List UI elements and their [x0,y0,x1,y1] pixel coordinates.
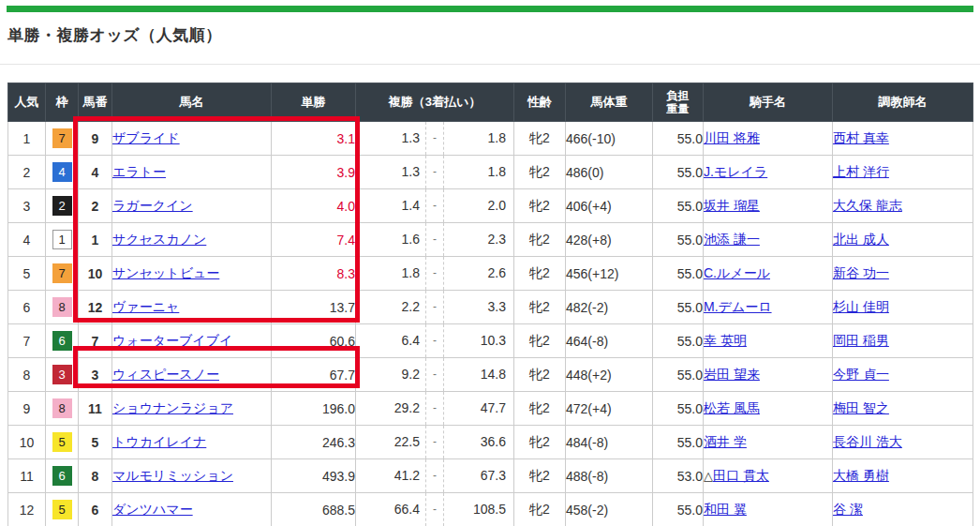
horse-number-cell: 1 [79,223,112,257]
place-odds-min: 6.4 [356,324,425,357]
place-odds-min: 41.2 [356,459,425,492]
frame-cell: 4 [46,156,79,189]
jockey-link[interactable]: C.ルメール [704,265,770,280]
rank-cell: 8 [8,358,46,392]
place-odds-min: 9.2 [356,358,425,391]
win-odds-cell: 493.9 [272,459,356,493]
place-odds-max: 3.3 [444,291,513,323]
jockey-cell: 酒井 学 [704,426,833,459]
horse-name-link[interactable]: サクセスカノン [112,232,206,247]
jockey-cell: 川田 将雅 [704,122,833,156]
horse-name-link[interactable]: ウォーターブイブイ [112,333,232,348]
jockey-cell: J.モレイラ [704,156,833,189]
win-odds-cell: 4.0 [272,189,356,223]
sex-age-cell: 牝2 [514,189,566,223]
jockey-link[interactable]: J.モレイラ [704,164,767,179]
horse-number-cell: 11 [79,392,112,426]
place-odds-range: 22.5 - 36.6 [356,426,513,458]
horse-weight-cell: 488(-8) [566,459,653,493]
jockey-link[interactable]: 田口 貫太 [713,468,769,483]
rank-cell: 6 [8,291,46,324]
jockey-cell: 和田 翼 [704,493,833,526]
jockey-link[interactable]: 松若 風馬 [704,400,760,415]
horse-name-cell: マルモリミッション [112,459,272,493]
horse-name-link[interactable]: ダンツハマー [112,502,193,517]
jockey-link[interactable]: 和田 翼 [704,502,747,517]
place-odds-range: 6.4 - 10.3 [356,324,513,357]
win-odds-value: 3.9 [337,165,355,180]
trainer-link[interactable]: 上村 洋行 [833,164,889,179]
trainer-cell: 北出 成人 [833,223,973,257]
frame-badge: 4 [52,162,72,182]
horse-weight-cell: 466(-10) [566,122,653,156]
horse-name-link[interactable]: サンセットビュー [112,265,219,280]
place-odds-min: 2.2 [356,291,425,323]
carried-weight-cell: 55.0 [653,122,704,156]
frame-cell: 6 [46,459,79,493]
horse-name-link[interactable]: ラガークイン [112,198,193,213]
jockey-link[interactable]: 川田 将雅 [704,130,760,145]
horse-name-link[interactable]: ショウナンラジョア [112,400,233,415]
jockey-link[interactable]: 坂井 瑠星 [704,198,760,213]
jockey-link[interactable]: 岩田 望来 [704,367,760,382]
carried-weight-cell: 55.0 [653,426,704,459]
jockey-cell: 池添 謙一 [704,223,833,257]
trainer-link[interactable]: 大久保 龍志 [833,198,902,213]
horse-name-cell: ヴァーニャ [112,291,272,324]
trainer-link[interactable]: 岡田 稲男 [833,333,889,348]
horse-weight-cell: 484(-8) [566,426,653,459]
header-sex-age: 性齢 [514,83,566,122]
win-odds-cell: 7.4 [272,223,356,257]
frame-badge: 3 [52,365,72,384]
horse-name-link[interactable]: マルモリミッション [112,468,233,483]
carried-weight-cell: 55.0 [653,358,704,392]
horse-name-link[interactable]: エラトー [112,164,166,179]
jockey-link[interactable]: 酒井 学 [704,434,747,449]
sex-age-cell: 牝2 [514,257,566,291]
place-odds-max: 10.3 [444,324,513,357]
win-odds-cell: 8.3 [272,257,356,291]
frame-badge: 7 [52,128,72,148]
jockey-link[interactable]: 幸 英明 [704,333,747,348]
carried-weight-cell: 55.0 [653,223,704,257]
horse-number-cell: 9 [79,122,112,156]
table-row: 9 8 11 ショウナンラジョア 196.0 29.2 - 47.7 牝2 47… [8,392,973,426]
header-carried-line2: 重量 [653,102,703,115]
horse-name-link[interactable]: トウカイレイナ [112,434,206,449]
trainer-link[interactable]: 新谷 功一 [833,265,889,280]
horse-name-link[interactable]: ヴァーニャ [112,299,179,314]
horse-name-cell: サンセットビュー [112,257,272,291]
trainer-link[interactable]: 長谷川 浩大 [833,434,902,449]
frame-cell: 5 [46,426,79,459]
horse-number-cell: 12 [79,291,112,324]
horse-name-link[interactable]: ザブライド [112,130,180,145]
place-odds-max: 36.6 [444,426,513,458]
odds-page: 単勝・複勝オッズ（人気順） 人気 枠 馬番 馬名 単勝 複勝（3着払い） 性齢 … [0,0,980,526]
trainer-link[interactable]: 西村 真幸 [833,130,889,145]
win-odds-value: 688.5 [322,503,355,518]
horse-name-link[interactable]: ウィスピースノー [112,367,219,382]
place-odds-cell: 66.4 - 108.5 [356,493,514,526]
trainer-link[interactable]: 谷 潔 [833,502,863,517]
trainer-link[interactable]: 北出 成人 [833,232,889,247]
header-weight: 馬体重 [566,83,653,122]
horse-name-cell: ダンツハマー [112,493,272,526]
place-odds-max: 2.3 [444,223,513,256]
carried-weight-cell: 53.0 [653,459,704,493]
header-jockey: 騎手名 [704,83,833,122]
trainer-link[interactable]: 杉山 佳明 [833,299,889,314]
frame-badge: 1 [52,230,72,249]
sex-age-cell: 牝2 [514,223,566,257]
trainer-link[interactable]: 今野 貞一 [833,367,889,382]
jockey-cell: C.ルメール [704,257,833,291]
jockey-link[interactable]: 池添 謙一 [704,232,760,247]
place-odds-min: 1.8 [356,257,425,290]
trainer-link[interactable]: 梅田 智之 [833,400,889,415]
carried-weight-cell: 55.0 [653,156,704,189]
frame-badge: 6 [52,466,72,486]
rank-cell: 11 [8,459,46,493]
place-odds-separator: - [425,122,444,155]
header-carried-line1: 負担 [653,89,703,102]
trainer-link[interactable]: 大橋 勇樹 [833,468,889,483]
jockey-link[interactable]: M.デムーロ [704,299,772,314]
